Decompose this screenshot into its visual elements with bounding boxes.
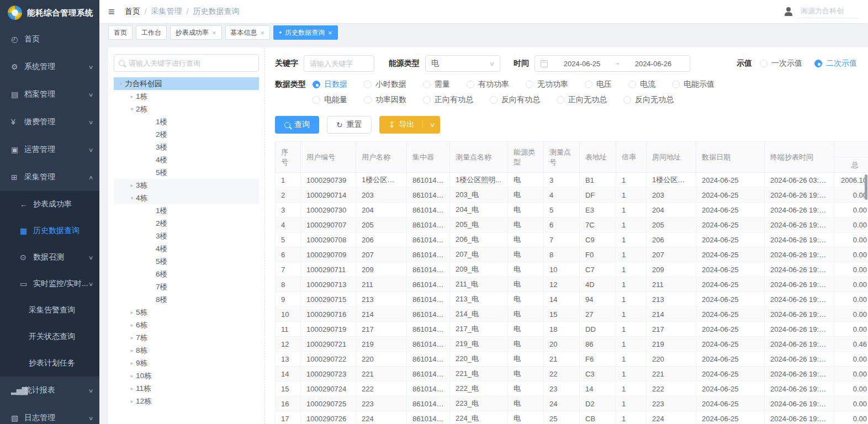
query-button[interactable]: 查询 bbox=[275, 116, 319, 134]
tree-node[interactable]: 1楼 bbox=[114, 204, 259, 217]
reset-button[interactable]: ↻ 重置 bbox=[327, 116, 372, 134]
tree-node[interactable]: ▸10栋 bbox=[114, 369, 259, 382]
sidebar-item-history-data-query[interactable]: ▦历史数据查询 bbox=[0, 218, 99, 244]
sidebar-item-meter-read-plan[interactable]: 抄表计划任务 bbox=[0, 350, 99, 377]
tab-workbench[interactable]: 工作台 bbox=[136, 25, 167, 40]
tree-expand-icon[interactable]: ▸ bbox=[128, 335, 136, 341]
table-row[interactable]: 15100029072422286101414222_电电23141222202… bbox=[276, 381, 868, 396]
chevron-down-icon[interactable]: ∨ bbox=[430, 121, 435, 129]
sidebar-item-switch-status-query[interactable]: 开关状态查询 bbox=[0, 324, 99, 350]
radio-data-type[interactable]: 需量 bbox=[423, 80, 450, 89]
tree-node[interactable]: 6楼 bbox=[114, 268, 259, 280]
radio-data-type[interactable]: 反向无功总 bbox=[623, 95, 674, 105]
sidebar-item-collect-alarm-query[interactable]: 采集告警查询 bbox=[0, 297, 99, 324]
table-row[interactable]: 16100029072522386101414223_电电24D21223202… bbox=[276, 396, 868, 411]
tab-meter-read-rate[interactable]: 抄表成功率× bbox=[170, 25, 222, 40]
tree-node[interactable]: 5楼 bbox=[114, 166, 259, 179]
tree-node[interactable]: 4楼 bbox=[114, 242, 259, 255]
tree-expand-icon[interactable]: ▸ bbox=[128, 360, 136, 366]
tree-expand-icon[interactable]: ▸ bbox=[128, 309, 136, 315]
table-row[interactable]: 110002907391楼公区照明861014481楼公区照明...电3B111… bbox=[276, 173, 868, 188]
radio-data-type[interactable]: 反向有功总 bbox=[490, 95, 540, 105]
table-row[interactable]: 6100029070920786101414207_电电8F012072024-… bbox=[276, 247, 868, 262]
radio-data-type[interactable]: 正向无功总 bbox=[557, 95, 607, 105]
sidebar-collapse-icon[interactable]: ≡ bbox=[108, 6, 115, 18]
tree-node[interactable]: ▸8栋 bbox=[114, 344, 259, 357]
sidebar-item-log-mgmt[interactable]: ▧日志管理∨ bbox=[0, 404, 99, 424]
tree-collapse-icon[interactable]: ▾ bbox=[128, 106, 136, 112]
tree-node[interactable]: ▸3栋 bbox=[114, 179, 259, 192]
tree-node[interactable]: 7楼 bbox=[114, 280, 259, 293]
tree-node[interactable]: 1楼 bbox=[114, 115, 259, 128]
table-row[interactable]: 7100029071120986101414209_电电10C712092024… bbox=[276, 262, 868, 277]
table-row[interactable]: 12100029072121986101414219_电电20861219202… bbox=[276, 337, 868, 352]
tree-node[interactable]: ▸7栋 bbox=[114, 331, 259, 344]
tab-history-data-query[interactable]: ●历史数据查询× bbox=[273, 25, 337, 40]
tree-node[interactable]: 3楼 bbox=[114, 230, 259, 242]
radio-data-type[interactable]: 正向有功总 bbox=[423, 95, 473, 105]
radio-data-type[interactable]: 有功功率 bbox=[467, 80, 509, 89]
tree-node[interactable]: ▸6栋 bbox=[114, 319, 259, 331]
tree-expand-icon[interactable]: ▸ bbox=[128, 385, 136, 391]
radio-data-type[interactable]: 电流 bbox=[628, 80, 655, 89]
tree-node[interactable]: ▸9栋 bbox=[114, 357, 259, 369]
tree-node[interactable]: ▾4栋 bbox=[114, 192, 259, 204]
vertical-scrollbar[interactable] bbox=[865, 174, 867, 200]
sidebar-item-collection-mgmt[interactable]: ⊞采集管理∧ bbox=[0, 163, 99, 191]
breadcrumb-item[interactable]: 采集管理 bbox=[151, 7, 182, 17]
table-row[interactable]: 17100029072622486101414224_电电25CB1224202… bbox=[276, 411, 868, 424]
radio-data-type[interactable]: 日数据 bbox=[313, 80, 347, 89]
tree-collapse-icon[interactable]: ▾ bbox=[117, 81, 125, 87]
table-row[interactable]: 8100029071321186101414211_电电124D12112024… bbox=[276, 277, 868, 292]
sidebar-item-data-recall[interactable]: ⊙数据召测∨ bbox=[0, 244, 99, 271]
close-icon[interactable]: × bbox=[328, 29, 332, 36]
user-area[interactable]: 湘源力合科创 bbox=[784, 5, 858, 18]
sidebar-item-archive-mgmt[interactable]: ▤档案管理∨ bbox=[0, 81, 99, 108]
tree-search-input[interactable] bbox=[129, 59, 254, 67]
tree-node[interactable]: 5楼 bbox=[114, 255, 259, 268]
tree-node[interactable]: 2楼 bbox=[114, 217, 259, 230]
tab-basic-info[interactable]: 基本信息× bbox=[225, 25, 271, 40]
date-range-picker[interactable]: 2024-06-25 - 2024-06-26 bbox=[534, 55, 690, 72]
table-row[interactable]: 3100029073020486101414204_电电5E312042024-… bbox=[276, 203, 868, 218]
tree-node[interactable]: ▸5栋 bbox=[114, 306, 259, 319]
table-row[interactable]: 11100029071921786101414217_电电18DD1217202… bbox=[276, 322, 868, 337]
table-row[interactable]: 13100029072222086101414220_电电21F61220202… bbox=[276, 352, 868, 367]
radio-data-type[interactable]: 电能示值 bbox=[672, 80, 714, 89]
table-row[interactable]: 14100029072322186101414221_电电22C31221202… bbox=[276, 367, 868, 381]
radio-data-type[interactable]: 功率因数 bbox=[364, 95, 406, 105]
tree-node[interactable]: ▾2栋 bbox=[114, 103, 259, 115]
tab-home[interactable]: 首页 bbox=[108, 25, 133, 40]
export-button[interactable]: ↧ 导出 ∨ bbox=[379, 116, 440, 134]
breadcrumb-item[interactable]: 首页 bbox=[125, 7, 140, 17]
tree-node[interactable]: ▸12栋 bbox=[114, 395, 259, 407]
radio-data-type[interactable]: 小时数据 bbox=[364, 80, 406, 89]
sidebar-item-operation-mgmt[interactable]: ▣运营管理∨ bbox=[0, 136, 99, 163]
table-row[interactable]: 5100029070820686101414206_电电7C912062024-… bbox=[276, 232, 868, 247]
table-row[interactable]: 2100029071420386101414203_电电4DF12032024-… bbox=[276, 188, 868, 203]
energy-type-select[interactable]: 电 ∨ bbox=[425, 55, 500, 72]
sidebar-item-meter-read-rate[interactable]: ←抄表成功率 bbox=[0, 191, 99, 218]
tree-node[interactable]: 3楼 bbox=[114, 141, 259, 153]
sidebar-item-realtime-monitor[interactable]: ▭实时监控/实时...∨ bbox=[0, 271, 99, 297]
radio-data-type[interactable]: 电压 bbox=[585, 80, 612, 89]
radio-display-value[interactable]: 一次示值 bbox=[760, 59, 802, 68]
tree-expand-icon[interactable]: ▸ bbox=[128, 182, 136, 188]
tree-expand-icon[interactable]: ▸ bbox=[128, 93, 136, 99]
tree-expand-icon[interactable]: ▸ bbox=[128, 373, 136, 379]
radio-data-type[interactable]: 无功功率 bbox=[526, 80, 568, 89]
tree-collapse-icon[interactable]: ▾ bbox=[128, 195, 136, 201]
table-row[interactable]: 10100029071621486101414214_电电15271214202… bbox=[276, 307, 868, 322]
sidebar-item-payment-mgmt[interactable]: ¥缴费管理∨ bbox=[0, 108, 99, 136]
tree-expand-icon[interactable]: ▸ bbox=[128, 398, 136, 404]
tree-node[interactable]: 4楼 bbox=[114, 153, 259, 166]
radio-data-type[interactable]: 电能量 bbox=[313, 95, 347, 105]
tree-node[interactable]: ▸1栋 bbox=[114, 90, 259, 103]
sidebar-item-stats-report[interactable]: ▂▅▇统计报表∨ bbox=[0, 377, 99, 404]
table-row[interactable]: 4100029070720586101414205_电电67C12052024-… bbox=[276, 218, 868, 232]
tree-expand-icon[interactable]: ▸ bbox=[128, 347, 136, 353]
tree-node[interactable]: 2楼 bbox=[114, 128, 259, 141]
tree-node[interactable]: ▸11栋 bbox=[114, 382, 259, 395]
table-row[interactable]: 9100029071521386101414213_电电149412132024… bbox=[276, 292, 868, 307]
tree-node[interactable]: ▾力合科创园 bbox=[114, 77, 259, 90]
